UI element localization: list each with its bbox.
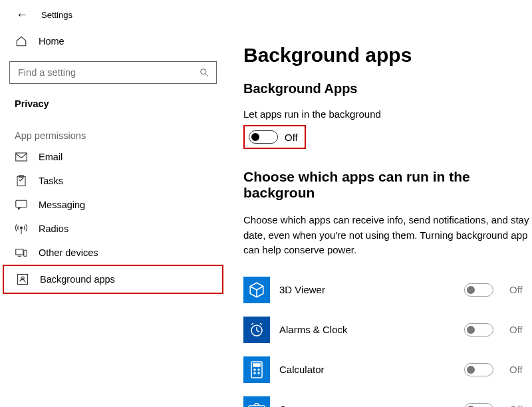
page-title: Background apps <box>243 44 532 67</box>
messaging-icon <box>15 198 28 211</box>
app-toggle-state: Off <box>509 324 532 335</box>
master-toggle-label: Let apps run in the background <box>243 108 532 120</box>
calculator-icon <box>243 356 270 383</box>
sidebar-item-tasks[interactable]: Tasks <box>9 169 217 193</box>
app-toggle[interactable] <box>464 403 493 408</box>
svg-rect-8 <box>16 249 23 255</box>
3d-viewer-icon <box>243 277 270 303</box>
sidebar: Home Privacy App permissions Email Tasks <box>0 29 226 407</box>
svg-line-1 <box>205 74 208 76</box>
svg-point-24 <box>258 372 259 374</box>
sidebar-item-email[interactable]: Email <box>9 145 217 169</box>
svg-rect-20 <box>253 364 260 366</box>
group-title: App permissions <box>9 114 217 145</box>
svg-point-7 <box>21 227 23 229</box>
app-name: Alarms & Clock <box>279 324 455 335</box>
home-icon <box>15 35 28 48</box>
sidebar-item-messaging[interactable]: Messaging <box>9 193 217 217</box>
master-toggle[interactable] <box>249 130 278 144</box>
radios-icon <box>15 222 28 235</box>
sidebar-home[interactable]: Home <box>9 29 217 53</box>
email-icon <box>15 150 28 164</box>
svg-point-21 <box>254 369 255 370</box>
svg-line-16 <box>257 331 259 332</box>
window-title: Settings <box>41 10 72 20</box>
background-apps-icon <box>16 273 29 286</box>
title-bar: ← Settings <box>0 0 532 29</box>
category-title: Privacy <box>9 96 217 114</box>
sidebar-item-label: Tasks <box>39 176 63 186</box>
sidebar-item-label: Other devices <box>39 247 98 258</box>
back-button[interactable]: ← <box>16 8 28 22</box>
app-toggle-state: Off <box>509 284 532 295</box>
app-name: Camera <box>279 404 455 407</box>
sidebar-item-other-devices[interactable]: Other devices <box>9 241 217 265</box>
app-row-3d-viewer: 3D Viewer Off <box>243 270 532 310</box>
svg-rect-3 <box>17 176 25 186</box>
sidebar-item-label: Email <box>39 152 63 162</box>
app-toggle[interactable] <box>464 283 493 297</box>
sidebar-item-radios[interactable]: Radios <box>9 217 217 241</box>
choose-description: Choose which apps can receive info, send… <box>243 213 532 258</box>
tasks-icon <box>15 174 28 188</box>
svg-rect-2 <box>16 153 27 161</box>
svg-rect-11 <box>18 275 28 285</box>
app-toggle-state: Off <box>509 404 532 407</box>
app-row-alarms-clock: Alarms & Clock Off <box>243 310 532 350</box>
app-name: Calculator <box>279 364 455 375</box>
camera-icon <box>243 396 270 408</box>
main-content: Background apps Background Apps Let apps… <box>226 29 532 407</box>
app-toggle-state: Off <box>509 364 532 375</box>
sidebar-home-label: Home <box>39 36 65 47</box>
svg-rect-5 <box>16 200 27 207</box>
app-toggle[interactable] <box>464 323 493 337</box>
section-heading: Background Apps <box>243 81 532 96</box>
alarms-clock-icon <box>243 317 270 343</box>
search-field[interactable] <box>17 67 199 78</box>
master-toggle-state: Off <box>285 132 298 143</box>
svg-rect-10 <box>24 250 27 256</box>
svg-point-23 <box>254 372 255 374</box>
search-input[interactable] <box>9 61 217 84</box>
app-row-calculator: Calculator Off <box>243 350 532 390</box>
app-row-camera: Camera Off <box>243 390 532 408</box>
master-toggle-highlight: Off <box>243 125 306 149</box>
svg-point-0 <box>201 69 206 74</box>
sidebar-item-background-apps[interactable]: Background apps <box>3 265 223 294</box>
search-icon <box>199 67 209 78</box>
choose-heading: Choose which apps can run in the backgro… <box>243 169 532 201</box>
app-name: 3D Viewer <box>279 284 455 295</box>
svg-line-18 <box>260 323 262 325</box>
sidebar-item-label: Radios <box>39 223 68 234</box>
app-toggle[interactable] <box>464 363 493 376</box>
svg-line-17 <box>251 323 253 325</box>
other-devices-icon <box>15 246 28 259</box>
svg-point-22 <box>258 369 259 370</box>
sidebar-item-label: Messaging <box>39 200 85 210</box>
sidebar-item-label: Background apps <box>40 274 115 285</box>
